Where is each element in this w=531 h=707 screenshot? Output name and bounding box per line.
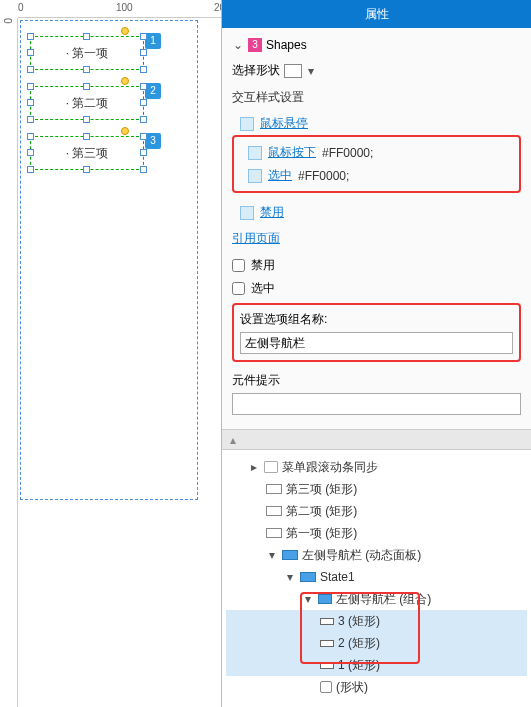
style-mousedown-icon — [248, 146, 262, 160]
mousedown-hex: #FF0000; — [322, 146, 373, 160]
footnote-dot-icon — [121, 127, 129, 135]
style-disabled-icon — [240, 206, 254, 220]
ruler-vertical: 0 — [0, 18, 18, 707]
outline-tree: ▸ 菜单跟滚动条同步 第三项 (矩形) 第二项 (矩形) 第一项 (矩形) ▾左… — [222, 450, 531, 698]
chevron-down-icon[interactable]: ⌄ — [232, 39, 244, 51]
hover-link[interactable]: 鼠标悬停 — [260, 115, 308, 132]
chevron-down-icon[interactable]: ▾ — [302, 592, 314, 606]
chevron-down-icon[interactable]: ▾ — [266, 548, 278, 562]
footnote-dot-icon — [121, 77, 129, 85]
resize-handle[interactable] — [140, 99, 147, 106]
resize-handle[interactable] — [27, 49, 34, 56]
chevron-right-icon[interactable]: ▸ — [248, 460, 260, 474]
disabled-checkbox[interactable] — [232, 259, 245, 272]
resize-handle[interactable] — [140, 116, 147, 123]
hint-label: 元件提示 — [232, 372, 521, 389]
resize-handle[interactable] — [27, 83, 34, 90]
resize-handle[interactable] — [27, 33, 34, 40]
outline-top-page[interactable]: ▸ 菜单跟滚动条同步 — [226, 456, 527, 478]
design-canvas[interactable]: · 第一项 1 · 第二项 2 · 第三项 3 — [18, 18, 218, 698]
canvas-item-2-label: · 第二项 — [31, 87, 143, 119]
rect-icon — [320, 662, 334, 669]
selected-hex: #FF0000; — [298, 169, 349, 183]
canvas-item-1-label: · 第一项 — [31, 37, 143, 69]
footnote-dot-icon — [121, 27, 129, 35]
resize-handle[interactable] — [27, 149, 34, 156]
outline-leaf-1[interactable]: 1 (矩形) — [226, 654, 527, 676]
resize-handle[interactable] — [83, 33, 90, 40]
resize-handle[interactable] — [27, 166, 34, 173]
resize-handle[interactable] — [27, 99, 34, 106]
rect-icon — [266, 484, 282, 494]
properties-panel: 属性 ⌄ 3 Shapes 选择形状 ▾ 交互样式设置 鼠标悬停 鼠标按下 #F… — [221, 0, 531, 707]
resize-handle[interactable] — [83, 116, 90, 123]
footnote-badge: 3 — [145, 133, 161, 149]
selected-checkbox[interactable] — [232, 282, 245, 295]
disabled-cb-label: 禁用 — [251, 257, 275, 274]
shape-select[interactable]: ▾ — [284, 64, 316, 78]
select-shape-label: 选择形状 — [232, 62, 280, 79]
selected-cb-label: 选中 — [251, 280, 275, 297]
outline-group[interactable]: ▾左侧导航栏 (组合) — [226, 588, 527, 610]
resize-handle[interactable] — [140, 66, 147, 73]
canvas-item-2[interactable]: · 第二项 2 — [30, 86, 144, 120]
resize-handle[interactable] — [27, 116, 34, 123]
resize-handle[interactable] — [83, 166, 90, 173]
group-name-input[interactable] — [240, 332, 513, 354]
footnote-badge: 1 — [145, 33, 161, 49]
rect-icon — [266, 528, 282, 538]
disabled-link[interactable]: 禁用 — [260, 204, 284, 221]
state-icon — [300, 572, 316, 582]
outline-item[interactable]: 第二项 (矩形) — [226, 500, 527, 522]
folder-icon — [318, 594, 332, 604]
outline-header[interactable]: ▴ — [222, 430, 531, 450]
interaction-styles-title: 交互样式设置 — [232, 89, 521, 106]
outline-shape[interactable]: (形状) — [226, 676, 527, 698]
group-name-label: 设置选项组名称: — [240, 311, 513, 328]
resize-handle[interactable] — [140, 49, 147, 56]
selected-link[interactable]: 选中 — [268, 167, 292, 184]
properties-title: 属性 — [222, 0, 531, 28]
shape-count-badge: 3 — [248, 38, 262, 52]
resize-handle[interactable] — [140, 166, 147, 173]
highlight-box-groupname: 设置选项组名称: — [232, 303, 521, 362]
rect-icon — [320, 640, 334, 647]
resize-handle[interactable] — [140, 83, 147, 90]
rect-icon — [320, 618, 334, 625]
outline-item[interactable]: 第一项 (矩形) — [226, 522, 527, 544]
resize-handle[interactable] — [140, 149, 147, 156]
resize-handle[interactable] — [27, 66, 34, 73]
resize-handle[interactable] — [140, 133, 147, 140]
collapse-icon: ▴ — [230, 433, 236, 447]
resize-handle[interactable] — [140, 33, 147, 40]
page-icon — [264, 461, 278, 473]
footnote-badge: 2 — [145, 83, 161, 99]
outline-dynamic-panel[interactable]: ▾左侧导航栏 (动态面板) — [226, 544, 527, 566]
rect-icon — [266, 506, 282, 516]
resize-handle[interactable] — [83, 133, 90, 140]
hint-input[interactable] — [232, 393, 521, 415]
shape-preview-icon — [284, 64, 302, 78]
chevron-down-icon: ▾ — [306, 64, 316, 78]
style-hover-icon — [240, 117, 254, 131]
reference-page-link[interactable]: 引用页面 — [232, 231, 280, 245]
resize-handle[interactable] — [83, 66, 90, 73]
canvas-item-3-label: · 第三项 — [31, 137, 143, 169]
outline-state[interactable]: ▾State1 — [226, 566, 527, 588]
mousedown-link[interactable]: 鼠标按下 — [268, 144, 316, 161]
canvas-item-3[interactable]: · 第三项 3 — [30, 136, 144, 170]
canvas-item-1[interactable]: · 第一项 1 — [30, 36, 144, 70]
shapes-label: Shapes — [266, 38, 307, 52]
highlight-box-styles: 鼠标按下 #FF0000; 选中 #FF0000; — [232, 135, 521, 193]
chevron-down-icon[interactable]: ▾ — [284, 570, 296, 584]
style-selected-icon — [248, 169, 262, 183]
outline-item[interactable]: 第三项 (矩形) — [226, 478, 527, 500]
outline-leaf-2[interactable]: 2 (矩形) — [226, 632, 527, 654]
outline-leaf-3[interactable]: 3 (矩形) — [226, 610, 527, 632]
resize-handle[interactable] — [27, 133, 34, 140]
shape-icon — [320, 681, 332, 693]
resize-handle[interactable] — [83, 83, 90, 90]
dynamic-panel-icon — [282, 550, 298, 560]
